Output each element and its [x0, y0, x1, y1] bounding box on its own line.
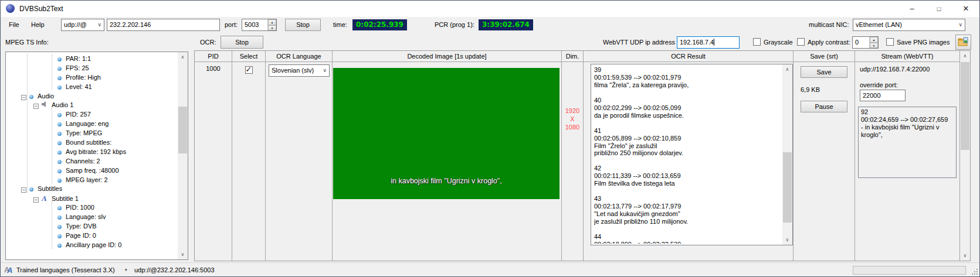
collapse-icon[interactable]: −	[21, 187, 26, 193]
ocr-label: OCR:	[200, 39, 216, 46]
dropdown-triangle-icon[interactable]: ▾	[125, 268, 127, 272]
tree-item-pid[interactable]: PID: 257	[6, 110, 178, 119]
protocol-select[interactable]: udp://@ ∨	[61, 19, 104, 31]
tree-item-page-id[interactable]: Page ID: 0	[6, 231, 178, 241]
spin-up-icon[interactable]: ▲	[870, 37, 878, 43]
bullet-icon	[29, 187, 33, 191]
resize-grip-icon[interactable]	[976, 273, 978, 275]
grid-scrollbar[interactable]: ∧ ∨	[960, 51, 970, 261]
tree-item-audio-1[interactable]: −Audio 1	[6, 101, 178, 110]
bullet-icon	[57, 122, 62, 126]
tree-item-type[interactable]: Type: MPEG	[6, 129, 178, 138]
time-value: 0:02:25.939	[352, 19, 407, 30]
menu-file[interactable]: File	[9, 21, 19, 28]
chevron-down-icon: ∨	[958, 19, 962, 30]
status-bar: A A Trained languages (Tesseract 3.X) ▾ …	[1, 262, 979, 276]
trained-languages-status[interactable]: Trained languages (Tesseract 3.X)	[16, 266, 115, 273]
titlebar: DVBSub2Text – □ ✕	[1, 1, 979, 17]
ocr-language-select[interactable]: Slovenian (slv) ∨	[269, 64, 330, 77]
tree-item-subtitle-1[interactable]: −ASubtitle 1	[6, 194, 178, 203]
tree-item-fps[interactable]: FPS: 25	[6, 64, 178, 73]
bullet-icon	[57, 216, 62, 220]
tree-item-subtitles[interactable]: −Subtitles	[6, 184, 178, 194]
subtitle-grid: PID 1000 Select ✓ OCR Language Slovenian…	[194, 50, 971, 261]
override-port-label: override port:	[860, 81, 959, 88]
scrollbar-thumb[interactable]	[783, 152, 792, 223]
header-decoded-image: Decoded Image [1s update]	[333, 51, 561, 62]
tree-item-samp-freq[interactable]: Samp freq. :48000	[6, 166, 178, 176]
address-input[interactable]: 232.2.202.146	[107, 19, 220, 31]
grayscale-checkbox[interactable]	[753, 38, 761, 46]
select-checkbox[interactable]: ✓	[245, 66, 253, 74]
chevron-down-icon: ∨	[97, 19, 101, 30]
collapse-icon[interactable]: −	[21, 95, 26, 100]
toolbar-main: File Help udp://@ ∨ 232.2.202.146 port: …	[1, 17, 979, 33]
maximize-button[interactable]: □	[925, 1, 952, 17]
bullet-icon	[57, 113, 62, 117]
bullet-icon	[57, 179, 62, 183]
bullet-icon	[57, 244, 62, 248]
app-icon	[6, 4, 15, 13]
tree-item-level[interactable]: Level: 41	[6, 83, 178, 92]
tree-item-sub-pid[interactable]: PID: 1000	[6, 203, 178, 213]
scroll-down-icon[interactable]: ∨	[178, 249, 188, 259]
contrast-stepper[interactable]: 0 ▲ ▼	[852, 36, 879, 49]
bullet-icon	[57, 225, 62, 229]
tree-item-par[interactable]: PAR: 1:1	[6, 54, 178, 64]
apply-contrast-checkbox[interactable]	[797, 38, 805, 46]
mpeg-ts-tree: PAR: 1:1 FPS: 25 Profile: High Level: 41…	[5, 52, 188, 260]
spin-up-icon[interactable]: ▲	[268, 19, 276, 25]
scroll-down-icon[interactable]: ∨	[782, 235, 792, 245]
ocr-scrollbar[interactable]: ∧ ∨	[782, 64, 792, 245]
tree-item-ancillary-page-id[interactable]: Ancillary page ID: 0	[6, 241, 178, 250]
bullet-icon	[57, 151, 62, 155]
scrollbar-thumb[interactable]	[178, 107, 187, 153]
tree-item-audio[interactable]: −Audio	[6, 92, 178, 101]
folder-icon	[956, 35, 971, 49]
stop-button[interactable]: Stop	[285, 19, 321, 31]
collapse-icon[interactable]: −	[33, 104, 39, 109]
scroll-up-icon[interactable]: ∧	[782, 64, 792, 74]
spin-down-icon[interactable]: ▼	[870, 43, 878, 49]
port-stepper[interactable]: 5003 ▲ ▼	[242, 19, 277, 31]
save-png-checkbox[interactable]	[886, 38, 894, 46]
tree-item-bound-subtitles[interactable]: Bound subtitles:	[6, 138, 178, 148]
tree-scrollbar[interactable]: ∧ ∨	[178, 52, 188, 259]
app-window: DVBSub2Text – □ ✕ File Help udp://@ ∨ 23…	[0, 0, 980, 277]
header-ocr-result: OCR Result	[584, 51, 793, 62]
bullet-icon	[57, 132, 62, 136]
header-save-srt: Save (srt)	[794, 51, 854, 62]
close-button[interactable]: ✕	[952, 1, 979, 17]
tree-item-avg-bitrate[interactable]: Avg bitrate: 192 kbps	[6, 148, 178, 157]
grayscale-label: Grayscale	[764, 39, 793, 46]
scroll-up-icon[interactable]: ∧	[178, 52, 188, 62]
ocr-stop-button[interactable]: Stop	[221, 36, 263, 49]
header-ocr-language: OCR Language	[266, 51, 332, 62]
ocr-result-textarea[interactable]: 39 00:01:59,539 --> 00:02:01,979 filma "…	[591, 64, 793, 245]
save-button[interactable]: Save	[801, 66, 847, 78]
tree-item-sub-type[interactable]: Type: DVB	[6, 222, 178, 231]
collapse-icon[interactable]: −	[33, 197, 39, 203]
tree-item-profile[interactable]: Profile: High	[6, 73, 178, 83]
header-pid: PID	[195, 51, 232, 62]
pause-button[interactable]: Pause	[801, 101, 847, 112]
webvtt-ip-input[interactable]: 192.168.7.4	[677, 36, 740, 49]
spin-down-icon[interactable]: ▼	[268, 25, 276, 31]
nic-label: multicast NIC:	[809, 21, 849, 28]
menu-help[interactable]: Help	[31, 21, 45, 28]
tree-item-language[interactable]: Language: eng	[6, 119, 178, 129]
scroll-up-icon[interactable]: ∧	[960, 51, 970, 61]
override-port-input[interactable]: 22000	[860, 90, 906, 101]
browse-folder-button[interactable]	[955, 35, 971, 50]
subtitle-icon: A	[42, 194, 49, 203]
minimize-button[interactable]: –	[898, 1, 925, 17]
nic-select[interactable]: vEthernet (LAN) ∨	[853, 19, 965, 31]
bullet-icon	[57, 234, 62, 238]
bullet-icon	[57, 206, 62, 210]
text-caret	[714, 39, 714, 46]
tree-item-sub-language[interactable]: Language: slv	[6, 213, 178, 222]
scrollbar-thumb[interactable]	[961, 62, 969, 150]
tree-item-channels[interactable]: Channels: 2	[6, 157, 178, 166]
tree-item-mpeg-layer[interactable]: MPEG layer: 2	[6, 176, 178, 185]
scroll-down-icon[interactable]: ∨	[960, 251, 970, 261]
